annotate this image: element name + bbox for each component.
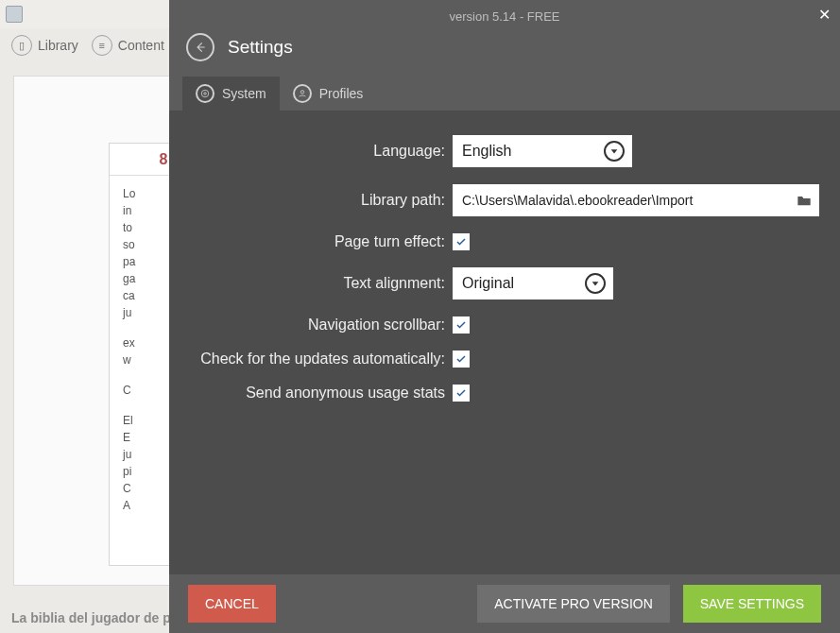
row-usage: Send anonymous usage stats xyxy=(188,385,821,402)
tab-profiles[interactable]: Profiles xyxy=(280,77,377,111)
library-path-value: C:\Users\Malavida\.ebookreader\Import xyxy=(462,193,693,208)
updates-label: Check for the updates automatically: xyxy=(188,351,453,368)
list-icon: ≡ xyxy=(92,35,112,56)
settings-overlay: ✕ version 5.14 - FREE Settings System Pr… xyxy=(169,0,840,633)
row-language: Language: English xyxy=(188,135,821,167)
page-turn-checkbox[interactable] xyxy=(453,233,470,250)
row-text-align: Text alignment: Original xyxy=(188,267,821,299)
svg-point-0 xyxy=(204,93,207,95)
page-turn-label: Page turn effect: xyxy=(188,233,453,250)
library-path-label: Library path: xyxy=(188,192,453,209)
updates-checkbox[interactable] xyxy=(453,351,470,368)
activate-pro-button[interactable]: ACTIVATE PRO VERSION xyxy=(477,585,670,623)
save-settings-button[interactable]: SAVE SETTINGS xyxy=(683,585,821,623)
usage-checkbox[interactable] xyxy=(453,385,470,402)
version-label: version 5.14 - FREE xyxy=(169,0,840,27)
arrow-left-icon xyxy=(194,41,207,54)
nav-scroll-checkbox[interactable] xyxy=(453,316,470,334)
language-dropdown[interactable]: English xyxy=(453,135,632,167)
toolbar-content[interactable]: ≡ Content xyxy=(92,35,164,56)
tabs: System Profiles xyxy=(169,77,840,111)
tab-profiles-label: Profiles xyxy=(319,86,364,101)
svg-point-1 xyxy=(201,90,209,97)
language-value: English xyxy=(462,143,511,160)
library-path-input[interactable]: C:\Users\Malavida\.ebookreader\Import xyxy=(453,184,819,216)
text-align-label: Text alignment: xyxy=(188,275,453,292)
text-align-dropdown[interactable]: Original xyxy=(453,267,613,299)
app-logo-icon xyxy=(6,6,23,23)
chevron-down-icon xyxy=(585,273,606,294)
toolbar-library-label: Library xyxy=(38,38,78,53)
book-caption: La biblia del jugador de p xyxy=(11,610,171,625)
language-label: Language: xyxy=(188,143,453,160)
row-nav-scroll: Navigation scrollbar: xyxy=(188,316,821,334)
toolbar-content-label: Content xyxy=(118,38,164,53)
close-icon[interactable]: ✕ xyxy=(818,6,831,24)
nav-scroll-label: Navigation scrollbar: xyxy=(188,316,453,334)
cancel-button[interactable]: CANCEL xyxy=(188,585,276,623)
book-icon: ▯ xyxy=(11,35,32,56)
row-updates: Check for the updates automatically: xyxy=(188,351,821,368)
row-library-path: Library path: C:\Users\Malavida\.ebookre… xyxy=(188,184,821,216)
text-align-value: Original xyxy=(462,275,514,292)
page-title: Settings xyxy=(228,37,293,58)
tab-system-label: System xyxy=(222,86,266,101)
svg-point-2 xyxy=(300,91,303,94)
overlay-footer: CANCEL ACTIVATE PRO VERSION SAVE SETTING… xyxy=(169,574,840,633)
user-icon xyxy=(293,84,312,103)
chevron-down-icon xyxy=(604,141,625,162)
gear-icon xyxy=(196,84,214,103)
tab-system[interactable]: System xyxy=(182,77,280,111)
row-page-turn: Page turn effect: xyxy=(188,233,821,250)
tab-content: Language: English Library path: C:\Users… xyxy=(169,111,840,574)
toolbar-library[interactable]: ▯ Library xyxy=(11,35,78,56)
folder-icon[interactable] xyxy=(797,194,812,207)
usage-label: Send anonymous usage stats xyxy=(188,385,453,402)
overlay-heading: Settings xyxy=(169,27,840,77)
back-button[interactable] xyxy=(186,33,214,61)
